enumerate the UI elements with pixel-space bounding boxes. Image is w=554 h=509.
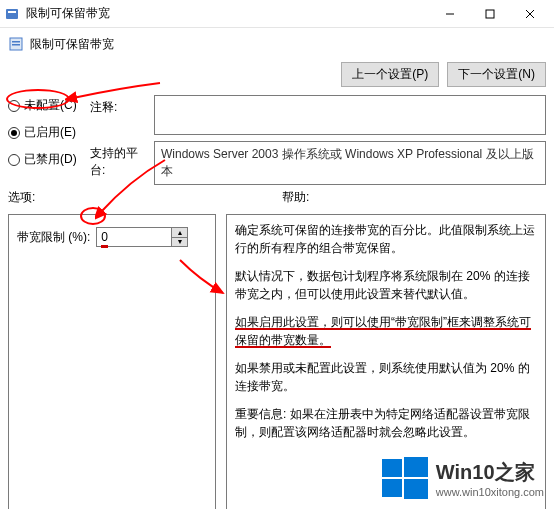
policy-icon: [8, 36, 24, 52]
radio-label: 已启用(E): [24, 124, 76, 141]
radio-icon: [8, 127, 20, 139]
bandwidth-limit-row: 带宽限制 (%): 0 ▲ ▼: [17, 227, 207, 247]
spinner-down-button[interactable]: ▼: [172, 238, 187, 247]
state-radio-group: 未配置(C) 已启用(E) 已禁用(D): [8, 95, 90, 185]
platform-row: 支持的平台: Windows Server 2003 操作系统或 Windows…: [90, 141, 546, 185]
platform-value: Windows Server 2003 操作系统或 Windows XP Pro…: [154, 141, 546, 185]
toolbar-title: 限制可保留带宽: [30, 36, 546, 53]
options-header: 选项:: [8, 189, 272, 206]
help-paragraph-highlight: 如果启用此设置，则可以使用“带宽限制”框来调整系统可保留的带宽数量。: [235, 313, 537, 349]
comment-label: 注释:: [90, 95, 148, 116]
maximize-button[interactable]: [470, 0, 510, 28]
win10-logo-icon: [382, 455, 428, 501]
comment-row: 注释:: [90, 95, 546, 135]
svg-rect-8: [12, 44, 20, 46]
config-area: 未配置(C) 已启用(E) 已禁用(D) 注释: 支持的平台: Windows …: [0, 95, 554, 189]
options-panel: 带宽限制 (%): 0 ▲ ▼: [8, 214, 216, 509]
app-icon: [4, 6, 20, 22]
svg-rect-0: [6, 9, 18, 19]
radio-icon: [8, 100, 20, 112]
prev-setting-button[interactable]: 上一个设置(P): [341, 62, 439, 87]
toolbar: 限制可保留带宽: [0, 28, 554, 60]
window-title: 限制可保留带宽: [26, 5, 430, 22]
help-header: 帮助:: [282, 189, 546, 206]
minimize-button[interactable]: [430, 0, 470, 28]
svg-rect-3: [486, 10, 494, 18]
watermark-brand: Win10之家: [436, 459, 544, 486]
platform-label: 支持的平台:: [90, 141, 148, 179]
help-paragraph: 重要信息: 如果在注册表中为特定网络适配器设置带宽限制，则配置该网络适配器时就会…: [235, 405, 537, 441]
window-controls: [430, 0, 550, 28]
radio-enabled[interactable]: 已启用(E): [8, 124, 90, 141]
radio-label: 未配置(C): [24, 97, 77, 114]
window-titlebar: 限制可保留带宽: [0, 0, 554, 28]
comment-textarea[interactable]: [154, 95, 546, 135]
svg-rect-10: [404, 457, 428, 477]
radio-disabled[interactable]: 已禁用(D): [8, 151, 90, 168]
help-paragraph: 默认情况下，数据包计划程序将系统限制在 20% 的连接带宽之内，但可以使用此设置…: [235, 267, 537, 303]
bandwidth-limit-value: 0: [101, 230, 108, 248]
close-button[interactable]: [510, 0, 550, 28]
help-paragraph: 如果禁用或未配置此设置，则系统使用默认值为 20% 的连接带宽。: [235, 359, 537, 395]
panel-headers: 选项: 帮助:: [0, 189, 554, 208]
svg-rect-9: [382, 459, 402, 477]
help-paragraph: 确定系统可保留的连接带宽的百分比。此值限制系统上运行的所有程序的组合带宽保留。: [235, 221, 537, 257]
watermark: Win10之家 www.win10xitong.com: [382, 455, 544, 501]
radio-unconfigured[interactable]: 未配置(C): [8, 97, 90, 114]
bandwidth-limit-spinner[interactable]: 0 ▲ ▼: [96, 227, 188, 247]
radio-label: 已禁用(D): [24, 151, 77, 168]
svg-rect-1: [8, 11, 16, 13]
watermark-url: www.win10xitong.com: [436, 486, 544, 498]
next-setting-button[interactable]: 下一个设置(N): [447, 62, 546, 87]
svg-rect-12: [404, 479, 428, 499]
bandwidth-limit-label: 带宽限制 (%):: [17, 229, 90, 246]
radio-icon: [8, 154, 20, 166]
spinner-up-button[interactable]: ▲: [172, 228, 187, 238]
svg-rect-7: [12, 41, 20, 43]
svg-rect-11: [382, 479, 402, 497]
nav-row: 上一个设置(P) 下一个设置(N): [0, 60, 554, 95]
